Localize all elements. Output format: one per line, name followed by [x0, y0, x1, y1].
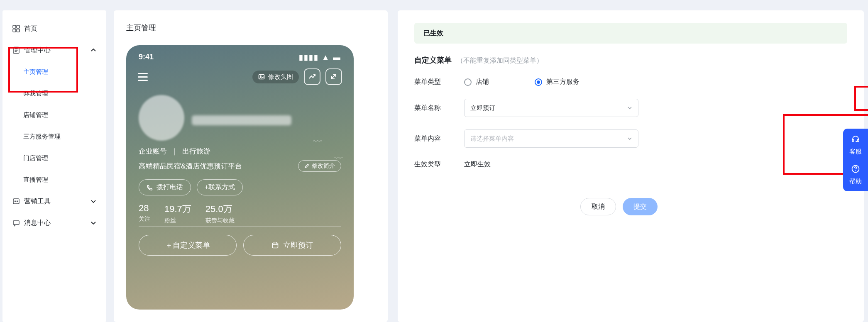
- chevron-down-icon: [627, 105, 632, 110]
- phone-topbar: 修改头图: [126, 64, 354, 91]
- marketing-icon: [12, 198, 20, 205]
- sidebar-item-shop-manage[interactable]: 店铺管理: [2, 104, 106, 126]
- stat-num: 19.7万: [164, 203, 191, 215]
- headset-icon[interactable]: [851, 134, 860, 144]
- row-menu-type: 菜单类型 店铺 第三方服务: [414, 78, 847, 86]
- effect-value: 立即生效: [464, 160, 491, 169]
- label: 修改头图: [268, 73, 293, 81]
- phone-status-bar: 9:41 ▮▮▮▮ ▲ ▬: [126, 45, 354, 64]
- chevron-down-icon: [90, 220, 96, 226]
- svg-rect-2: [13, 29, 16, 32]
- label: 拨打电话: [156, 183, 183, 192]
- field-label: 菜单类型: [414, 78, 464, 86]
- sidebar-item-label: 门店管理: [23, 154, 48, 162]
- account-category: 出行旅游: [182, 146, 210, 156]
- select-menu-name[interactable]: 立即预订: [464, 99, 638, 117]
- svg-rect-18: [858, 139, 859, 141]
- label: 提交: [633, 202, 647, 211]
- sidebar-item-label: 主页管理: [23, 68, 48, 76]
- svg-point-12: [260, 76, 262, 77]
- sidebar-item-store-manage[interactable]: 门店管理: [2, 147, 106, 169]
- status-banner: 已生效: [414, 23, 847, 44]
- main-content: 主页管理 〰 〰 9:41 ▮▮▮▮ ▲ ▬: [106, 0, 868, 322]
- sidebar-item-label: @我管理: [23, 90, 48, 98]
- phone-icon: [147, 184, 153, 191]
- svg-rect-0: [13, 25, 16, 28]
- sidebar-item-label: 管理中心: [24, 46, 51, 55]
- document-icon: [12, 46, 20, 54]
- sidebar-item-message-center[interactable]: 消息中心: [2, 212, 106, 234]
- radio-indicator: [464, 78, 472, 86]
- section-title: 自定义菜单: [414, 56, 452, 64]
- contact-button[interactable]: +联系方式: [197, 179, 243, 195]
- select-value: 立即预订: [470, 104, 495, 112]
- phone-preview: 〰 〰 9:41 ▮▮▮▮ ▲ ▬ 修改头图: [126, 45, 354, 310]
- label: ＋自定义菜单: [165, 240, 210, 250]
- row-menu-content: 菜单内容 请选择菜单内容: [414, 129, 847, 148]
- label: 立即预订: [283, 240, 313, 250]
- radio-indicator: [535, 78, 542, 86]
- radio-label: 店铺: [476, 78, 489, 86]
- stats-row: 28 关注 19.7万 粉丝 25.0万 获赞与收藏: [126, 198, 354, 224]
- modify-header-button[interactable]: 修改头图: [252, 71, 299, 83]
- bottom-buttons: ＋自定义菜单 立即预订: [126, 227, 354, 256]
- preview-card: 主页管理 〰 〰 9:41 ▮▮▮▮ ▲ ▬: [114, 10, 388, 322]
- cancel-button[interactable]: 取消: [580, 198, 616, 215]
- customer-service-label[interactable]: 客服: [849, 148, 862, 156]
- sidebar-item-home[interactable]: 首页: [2, 18, 106, 39]
- svg-rect-1: [17, 25, 20, 28]
- wifi-icon: ▲: [322, 53, 330, 61]
- stat-num: 28: [139, 203, 150, 214]
- field-label: 生效类型: [414, 160, 464, 169]
- svg-point-9: [15, 201, 16, 202]
- section-subtitle: （不能重复添加同类型菜单）: [457, 57, 543, 64]
- pencil-icon: [304, 163, 309, 168]
- sidebar-item-management-center[interactable]: 管理中心: [2, 39, 106, 61]
- chevron-down-icon: [90, 198, 96, 204]
- tagline: 高端精品民宿&酒店优惠预订平台: [139, 161, 242, 171]
- sidebar-item-label: 消息中心: [24, 219, 51, 227]
- help-label[interactable]: 帮助: [849, 178, 862, 185]
- status-icons: ▮▮▮▮ ▲ ▬: [299, 53, 341, 62]
- stat-likes[interactable]: 25.0万 获赞与收藏: [205, 203, 235, 224]
- blurred-subtitle: [192, 115, 291, 125]
- radio-label: 第三方服务: [546, 78, 579, 86]
- svg-rect-3: [17, 29, 20, 32]
- radio-shop[interactable]: 店铺: [464, 78, 489, 86]
- section-heading: 自定义菜单 （不能重复添加同类型菜单）: [414, 55, 847, 65]
- field-label: 菜单名称: [414, 104, 464, 112]
- trend-button[interactable]: [304, 68, 320, 85]
- stat-follow[interactable]: 28 关注: [139, 203, 150, 224]
- submit-button[interactable]: 提交: [623, 198, 658, 215]
- radio-group-menu-type: 店铺 第三方服务: [464, 78, 579, 86]
- stat-fans[interactable]: 19.7万 粉丝: [164, 203, 191, 224]
- sidebar-item-third-service[interactable]: 三方服务管理: [2, 126, 106, 147]
- stat-label: 粉丝: [164, 217, 191, 224]
- select-placeholder: 请选择菜单内容: [470, 135, 514, 143]
- sidebar-item-at-me[interactable]: @我管理: [2, 83, 106, 104]
- sidebar-item-marketing[interactable]: 营销工具: [2, 190, 106, 212]
- question-icon[interactable]: [851, 164, 860, 173]
- label: +联系方式: [205, 183, 235, 192]
- sidebar-item-live-manage[interactable]: 直播管理: [2, 169, 106, 190]
- row-effect-type: 生效类型 立即生效: [414, 160, 847, 169]
- phone-time: 9:41: [139, 53, 154, 62]
- select-menu-content[interactable]: 请选择菜单内容: [464, 129, 638, 148]
- call-button[interactable]: 拨打电话: [139, 179, 191, 195]
- sidebar-item-homepage[interactable]: 主页管理: [2, 61, 106, 83]
- field-label: 菜单内容: [414, 134, 464, 143]
- book-now-button[interactable]: 立即预订: [243, 235, 341, 256]
- action-row: 拨打电话 +联系方式: [126, 173, 354, 198]
- row-menu-name: 菜单名称 立即预订: [414, 99, 847, 117]
- page-title: 主页管理: [126, 23, 375, 33]
- custom-menu-button[interactable]: ＋自定义菜单: [139, 235, 237, 256]
- svg-rect-13: [273, 243, 278, 248]
- radio-third-party[interactable]: 第三方服务: [535, 78, 579, 86]
- battery-icon: ▬: [333, 53, 341, 61]
- button-row: 取消 提交: [580, 198, 847, 215]
- chat-icon: [12, 219, 20, 227]
- share-button[interactable]: [325, 68, 342, 85]
- account-type: 企业账号: [139, 146, 167, 156]
- grid-icon: [12, 25, 20, 32]
- hamburger-icon[interactable]: [138, 73, 148, 81]
